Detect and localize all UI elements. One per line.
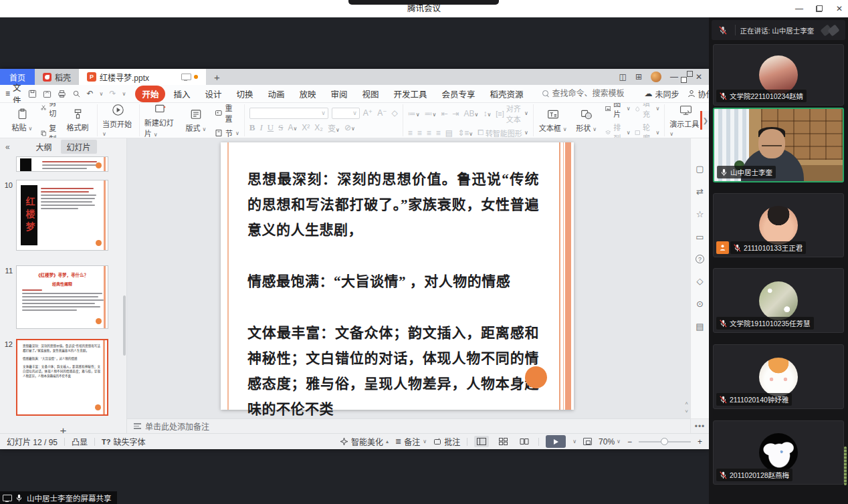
- zoom-in-button[interactable]: +: [698, 437, 702, 447]
- comment-button[interactable]: 批注: [433, 436, 460, 447]
- ribbon-tab-insert[interactable]: 插入: [167, 86, 197, 102]
- restore-icon[interactable]: [815, 4, 824, 13]
- minimize-icon[interactable]: —: [794, 4, 804, 13]
- tab-document[interactable]: P 红楼寻梦.pptx: [79, 69, 206, 85]
- ribbon-tab-view[interactable]: 视图: [355, 86, 385, 102]
- animation-pane-icon[interactable]: ⊙: [696, 299, 704, 309]
- zoom-level-button[interactable]: 70% ∨: [599, 437, 621, 447]
- shape-button[interactable]: 形状 ∨: [572, 108, 601, 133]
- layout-pane-icon[interactable]: ▤: [696, 322, 704, 332]
- ribbon-tab-member[interactable]: 会员专享: [435, 86, 482, 102]
- ribbon-tab-devtools[interactable]: 开发工具: [387, 86, 434, 102]
- paste-button[interactable]: 粘贴 ∨: [7, 108, 37, 132]
- ribbon-tab-start[interactable]: 开始: [135, 86, 165, 102]
- new-slide-button[interactable]: 新建幻灯片 ∨: [144, 103, 177, 138]
- command-search[interactable]: [542, 89, 638, 98]
- ribbon-tab-animation[interactable]: 动画: [261, 86, 291, 102]
- fit-to-window-icon[interactable]: [583, 438, 592, 445]
- selection-pane-icon[interactable]: ◇: [697, 276, 704, 286]
- line-spacing-icon[interactable]: ⇕≡∨: [457, 128, 473, 138]
- section-button[interactable]: 节 ∨: [215, 128, 239, 138]
- account-avatar[interactable]: [651, 72, 661, 82]
- participant-tile[interactable]: 2111020140钟妤雅: [713, 344, 844, 409]
- slide-canvas[interactable]: 思想最深刻：深刻的思想价值。鲁迅说“传统的思想和写法都打破了。”家族衰败，女性普…: [127, 138, 690, 418]
- notes-button[interactable]: ≣ 备注 ∨: [395, 436, 427, 447]
- zoom-slider[interactable]: [639, 441, 691, 443]
- bold-button[interactable]: B: [249, 122, 255, 133]
- bullet-list-icon[interactable]: ≔∨: [408, 109, 420, 118]
- smart-graphic-button[interactable]: ⧠ 转智能图形 ∨: [478, 128, 528, 138]
- beautify-button[interactable]: 智能美化 ▴: [340, 436, 389, 447]
- export-icon[interactable]: [43, 90, 51, 98]
- align-text-button[interactable]: [≡] 对齐文本 ∨: [496, 103, 528, 124]
- cut-button[interactable]: 剪切: [41, 103, 59, 118]
- sync-status-button[interactable]: ☁ 未同步: [645, 88, 679, 100]
- save-icon[interactable]: [28, 90, 37, 98]
- ribbon-tab-docer-res[interactable]: 稻壳资源: [484, 86, 530, 102]
- tab-docer[interactable]: 稻壳: [35, 69, 79, 85]
- numbered-list-icon[interactable]: ≕∨: [425, 109, 437, 118]
- decrease-indent-icon[interactable]: ⇤: [441, 109, 447, 118]
- reset-button[interactable]: 重置: [215, 103, 239, 124]
- wps-close-icon[interactable]: ✕: [696, 73, 702, 81]
- more-tools-button[interactable]: •••: [691, 418, 709, 433]
- picture-button[interactable]: 图片 ∨: [605, 103, 631, 119]
- split-view-icon[interactable]: ◫: [619, 73, 627, 81]
- reading-view-button[interactable]: [517, 436, 532, 447]
- ribbon-tab-design[interactable]: 设计: [198, 86, 228, 102]
- slide-12[interactable]: 思想最深刻：深刻的思想价值。鲁迅说“传统的思想和写法都打破了。”家族衰败，女性普…: [221, 142, 574, 410]
- align-center-icon[interactable]: ≡: [417, 128, 422, 138]
- subscript-button[interactable]: X₂: [314, 123, 323, 132]
- participant-tile[interactable]: 文学院1911010235任芳慧: [713, 268, 844, 333]
- increase-font-icon[interactable]: A⁺: [363, 108, 373, 118]
- align-left-icon[interactable]: ≡: [408, 128, 413, 138]
- distribute-icon[interactable]: ▤: [445, 128, 453, 138]
- help-icon[interactable]: ?: [696, 255, 704, 263]
- font-name-combo[interactable]: ∨: [249, 108, 328, 119]
- redo-icon[interactable]: ↷: [109, 89, 116, 98]
- font-size-combo[interactable]: ∨: [332, 108, 360, 119]
- slide-thumb-9[interactable]: [16, 156, 108, 172]
- slide-thumb-11[interactable]: 《红楼梦》寻梦，寻什么？ 经典性阐释: [16, 265, 108, 329]
- slide-thumb-10[interactable]: 红楼梦: [16, 180, 108, 251]
- copy-button[interactable]: 复制: [41, 122, 59, 138]
- undo-dropdown-icon[interactable]: ∨: [100, 91, 104, 97]
- play-options-icon[interactable]: ∨: [572, 438, 576, 445]
- properties-panel-icon[interactable]: ▢: [696, 164, 704, 174]
- text-effect-button[interactable]: 变∨: [328, 122, 340, 134]
- text-direction-icon[interactable]: AB∨: [464, 109, 479, 118]
- layout-button[interactable]: 版式 ∨: [181, 108, 211, 133]
- slideshow-play-button[interactable]: [546, 435, 566, 448]
- justify-icon[interactable]: ≡: [436, 128, 441, 138]
- participant-tile[interactable]: 文学院2211010234赵婧: [713, 44, 844, 106]
- ribbon-tab-transition[interactable]: 切换: [229, 86, 259, 102]
- outline-button[interactable]: 轮廓 ∨: [635, 122, 660, 138]
- notes-bar[interactable]: 单击此处添加备注: [127, 418, 690, 433]
- tab-slides[interactable]: 幻灯片: [61, 140, 97, 154]
- italic-button[interactable]: I: [259, 122, 262, 133]
- workspace-grid-icon[interactable]: ⊞: [635, 73, 642, 81]
- present-tools-button[interactable]: 演示工具 ∨: [669, 104, 702, 137]
- search-input[interactable]: [552, 89, 638, 98]
- align-right-icon[interactable]: ≡: [427, 128, 431, 138]
- fill-button[interactable]: 填充 ∨: [635, 103, 660, 119]
- tab-outline[interactable]: 大纲: [29, 140, 58, 154]
- print-preview-icon[interactable]: [72, 90, 81, 98]
- close-icon[interactable]: ✕: [835, 4, 844, 13]
- collapse-panel-button[interactable]: «: [5, 142, 10, 152]
- transition-pane-icon[interactable]: ⇄: [696, 186, 704, 197]
- panel-scrollbar[interactable]: [123, 295, 126, 356]
- participant-tile-speaking[interactable]: 山中居士李奎: [713, 108, 844, 182]
- new-tab-button[interactable]: +: [206, 69, 228, 85]
- decrease-font-icon[interactable]: A⁻: [377, 108, 387, 118]
- ribbon-tab-review[interactable]: 审阅: [324, 86, 354, 102]
- ribbon-tab-slideshow[interactable]: 放映: [292, 86, 322, 102]
- undo-icon[interactable]: ↶: [87, 89, 94, 98]
- normal-view-button[interactable]: [474, 436, 489, 447]
- highlight-button[interactable]: ⊘∨: [344, 123, 355, 132]
- ribbon-options-icon[interactable]: ∨: [122, 91, 126, 97]
- underline-button[interactable]: U: [268, 122, 274, 133]
- sort-icon[interactable]: ↕∨: [483, 109, 491, 118]
- play-from-current-button[interactable]: 当页开始 ∨: [102, 104, 134, 137]
- zoom-out-button[interactable]: −: [627, 437, 632, 447]
